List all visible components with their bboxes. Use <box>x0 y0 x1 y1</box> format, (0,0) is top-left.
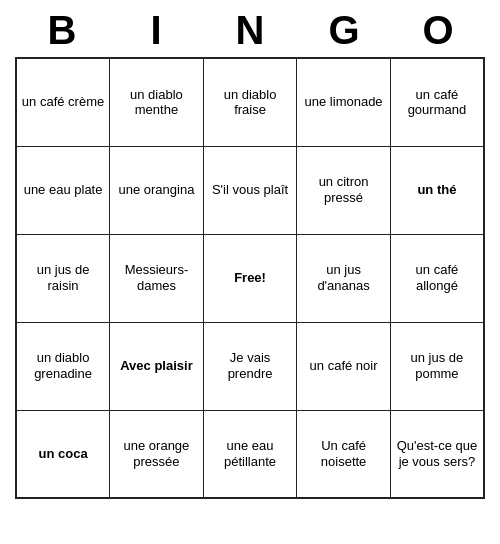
bingo-cell[interactable]: un citron pressé <box>297 146 391 234</box>
bingo-cell[interactable]: une orange pressée <box>110 410 204 498</box>
letter-i: I <box>112 8 200 53</box>
bingo-cell[interactable]: un café allongé <box>390 234 484 322</box>
bingo-cell[interactable]: un café noir <box>297 322 391 410</box>
table-row: un jus de raisinMessieurs-damesFree!un j… <box>16 234 484 322</box>
bingo-cell[interactable]: Free! <box>203 234 297 322</box>
bingo-cell[interactable]: S'il vous plaît <box>203 146 297 234</box>
bingo-cell[interactable]: un coca <box>16 410 110 498</box>
bingo-cell[interactable]: un diablo menthe <box>110 58 204 146</box>
bingo-cell[interactable]: Qu'est-ce que je vous sers? <box>390 410 484 498</box>
bingo-cell[interactable]: Avec plaisir <box>110 322 204 410</box>
bingo-cell[interactable]: une limonade <box>297 58 391 146</box>
bingo-cell[interactable]: un jus de raisin <box>16 234 110 322</box>
table-row: une eau plateune oranginaS'il vous plaît… <box>16 146 484 234</box>
bingo-title: B I N G O <box>15 0 485 57</box>
bingo-cell[interactable]: une eau pétillante <box>203 410 297 498</box>
bingo-cell[interactable]: un thé <box>390 146 484 234</box>
letter-o: O <box>394 8 482 53</box>
bingo-cell[interactable]: Un café noisette <box>297 410 391 498</box>
table-row: un diablo grenadineAvec plaisirJe vais p… <box>16 322 484 410</box>
bingo-cell[interactable]: une orangina <box>110 146 204 234</box>
letter-n: N <box>206 8 294 53</box>
bingo-cell[interactable]: une eau plate <box>16 146 110 234</box>
table-row: un café crèmeun diablo mentheun diablo f… <box>16 58 484 146</box>
bingo-cell[interactable]: un café gourmand <box>390 58 484 146</box>
letter-b: B <box>18 8 106 53</box>
bingo-cell[interactable]: un café crème <box>16 58 110 146</box>
bingo-cell[interactable]: un jus de pomme <box>390 322 484 410</box>
bingo-cell[interactable]: un diablo fraise <box>203 58 297 146</box>
table-row: un cocaune orange presséeune eau pétilla… <box>16 410 484 498</box>
letter-g: G <box>300 8 388 53</box>
bingo-cell[interactable]: Je vais prendre <box>203 322 297 410</box>
bingo-grid: un café crèmeun diablo mentheun diablo f… <box>15 57 485 499</box>
bingo-cell[interactable]: un diablo grenadine <box>16 322 110 410</box>
bingo-cell[interactable]: Messieurs-dames <box>110 234 204 322</box>
bingo-cell[interactable]: un jus d'ananas <box>297 234 391 322</box>
